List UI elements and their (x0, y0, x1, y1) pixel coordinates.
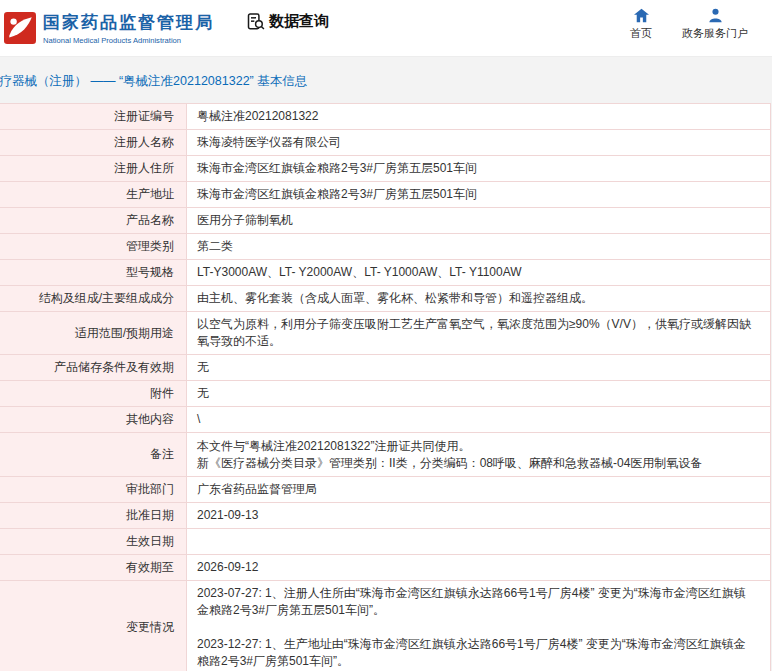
table-row-product-name: 产品名称 医用分子筛制氧机 (0, 208, 770, 234)
row-label: 变更情况 (0, 581, 187, 671)
row-value: 以空气为原料，利用分子筛变压吸附工艺生产富氧空气，氧浓度范围为≥90%（V/V）… (187, 312, 770, 354)
row-label: 产品储存条件及有效期 (0, 355, 187, 380)
table-row-other-content: 其他内容 \ (0, 407, 770, 433)
row-value: 无 (187, 355, 770, 380)
top-header: 国家药品监督管理局 National Medical Products Admi… (0, 0, 772, 57)
home-nav[interactable]: 首页 (630, 8, 652, 41)
row-value: 本文件与“粤械注准20212081322”注册证共同使用。 新《医疗器械分类目录… (187, 433, 770, 476)
row-label: 备注 (0, 433, 187, 476)
table-row-production-address: 生产地址 珠海市金湾区红旗镇金粮路2号3#厂房第五层501车间 (0, 182, 770, 208)
row-value: \ (187, 407, 770, 432)
row-value: 医用分子筛制氧机 (187, 208, 770, 233)
row-label: 注册证编号 (0, 104, 187, 129)
nmpa-emblem-icon (4, 12, 36, 44)
row-label: 注册人名称 (0, 130, 187, 155)
table-row-registrant-address: 注册人住所 珠海市金湾区红旗镇金粮路2号3#厂房第五层501车间 (0, 156, 770, 182)
row-value: 2021-09-13 (187, 503, 770, 528)
table-row-composition: 结构及组成/主要组成成分 由主机、雾化套装（含成人面罩、雾化杯、松紧带和导管）和… (0, 286, 770, 312)
home-label: 首页 (630, 26, 652, 41)
row-label: 产品名称 (0, 208, 187, 233)
row-value: 无 (187, 381, 770, 406)
table-row-effective-date: 生效日期 (0, 529, 770, 555)
table-row-registrant-name: 注册人名称 珠海凌特医学仪器有限公司 (0, 130, 770, 156)
row-value: 2023-07-27: 1、注册人住所由“珠海市金湾区红旗镇永达路66号1号厂房… (187, 581, 770, 671)
row-label: 管理类别 (0, 234, 187, 259)
row-value: 由主机、雾化套装（含成人面罩、雾化杯、松紧带和导管）和遥控器组成。 (187, 286, 770, 311)
home-icon (633, 8, 650, 23)
row-value: LT-Y3000AW、LT- Y2000AW、LT- Y1000AW、LT- Y… (187, 260, 770, 285)
row-label: 结构及组成/主要组成成分 (0, 286, 187, 311)
data-query-nav[interactable]: 数据查询 (246, 12, 329, 32)
table-row-remark: 备注 本文件与“粤械注准20212081322”注册证共同使用。 新《医疗器械分… (0, 433, 770, 477)
row-label: 生产地址 (0, 182, 187, 207)
row-value (187, 529, 770, 554)
row-value: 珠海市金湾区红旗镇金粮路2号3#厂房第五层501车间 (187, 156, 770, 181)
table-row-management-class: 管理类别 第二类 (0, 234, 770, 260)
row-label: 适用范围/预期用途 (0, 312, 187, 354)
table-row-approval-dept: 审批部门 广东省药品监督管理局 (0, 477, 770, 503)
row-value: 广东省药品监督管理局 (187, 477, 770, 502)
table-row-attachment: 附件 无 (0, 381, 770, 407)
logo-title: 国家药品监督管理局 (43, 11, 214, 34)
data-query-label: 数据查询 (269, 12, 329, 31)
row-label: 其他内容 (0, 407, 187, 432)
nmpa-logo: 国家药品监督管理局 National Medical Products Admi… (4, 11, 214, 45)
table-row-approval-date: 批准日期 2021-09-13 (0, 503, 770, 529)
row-label: 批准日期 (0, 503, 187, 528)
table-row-expiry-date: 有效期至 2026-09-12 (0, 555, 770, 581)
row-value: 珠海市金湾区红旗镇金粮路2号3#厂房第五层501车间 (187, 182, 770, 207)
data-query-icon (246, 12, 266, 32)
table-row-model-spec: 型号规格 LT-Y3000AW、LT- Y2000AW、LT- Y1000AW、… (0, 260, 770, 286)
row-value: 2026-09-12 (187, 555, 770, 580)
row-label: 生效日期 (0, 529, 187, 554)
user-icon (707, 8, 724, 23)
logo-subtitle: National Medical Products Administration (43, 36, 214, 45)
row-value: 第二类 (187, 234, 770, 259)
page-title: 医疗器械（注册） —— “粤械注准20212081322” 基本信息 (0, 57, 772, 103)
row-label: 注册人住所 (0, 156, 187, 181)
logo-text-block: 国家药品监督管理局 National Medical Products Admi… (43, 11, 214, 45)
table-row-reg-number: 注册证编号 粤械注准20212081322 (0, 104, 770, 130)
row-value: 粤械注准20212081322 (187, 104, 770, 129)
registration-info-table: 注册证编号 粤械注准20212081322 注册人名称 珠海凌特医学仪器有限公司… (0, 103, 771, 671)
row-value: 珠海凌特医学仪器有限公司 (187, 130, 770, 155)
table-row-intended-use: 适用范围/预期用途 以空气为原料，利用分子筛变压吸附工艺生产富氧空气，氧浓度范围… (0, 312, 770, 355)
row-label: 附件 (0, 381, 187, 406)
row-label: 有效期至 (0, 555, 187, 580)
portal-label: 政务服务门户 (682, 26, 748, 41)
portal-nav[interactable]: 政务服务门户 (682, 8, 748, 41)
row-label: 审批部门 (0, 477, 187, 502)
row-label: 型号规格 (0, 260, 187, 285)
table-row-storage: 产品储存条件及有效期 无 (0, 355, 770, 381)
table-row-change-history: 变更情况 2023-07-27: 1、注册人住所由“珠海市金湾区红旗镇永达路66… (0, 581, 770, 671)
header-nav-right: 首页 政务服务门户 (630, 8, 762, 41)
